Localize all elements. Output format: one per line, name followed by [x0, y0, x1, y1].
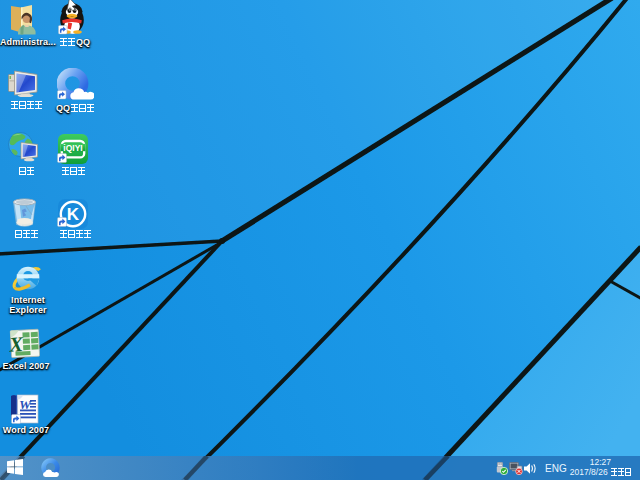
svg-text:X: X: [9, 332, 25, 357]
svg-text:W: W: [19, 397, 32, 412]
svg-text:iQIYI: iQIYI: [63, 143, 82, 153]
svg-text:K: K: [67, 205, 80, 224]
